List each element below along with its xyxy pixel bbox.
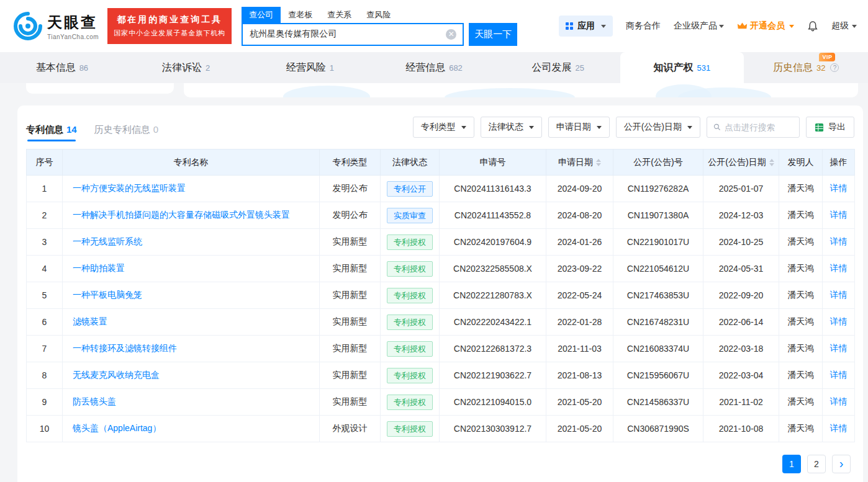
- search-tab-relationship[interactable]: 查关系: [320, 7, 359, 23]
- sort-icon[interactable]: [769, 159, 774, 166]
- detail-link[interactable]: 详情: [830, 343, 848, 353]
- legal-status-badge: 实质审查: [387, 208, 433, 223]
- filter-legal-status[interactable]: 法律状态: [481, 117, 542, 138]
- search-button[interactable]: 天眼一下: [469, 23, 517, 46]
- tab-label: 基本信息: [36, 61, 76, 74]
- nav-enterprise-products[interactable]: 企业级产品: [674, 20, 724, 32]
- tab-label: 经营信息: [405, 61, 445, 74]
- next-page-button[interactable]: ›: [832, 455, 851, 473]
- search-tab-company[interactable]: 查公司: [242, 7, 281, 23]
- company-tab-basic-info[interactable]: 基本信息 86: [0, 52, 124, 83]
- patent-name-link[interactable]: 镜头盖（AppleAirtag）: [73, 423, 161, 433]
- table-row: 2 一种解决手机拍摄问题的大容量存储磁吸式外置镜头装置 发明公布 实质审查 CN…: [27, 202, 855, 229]
- publication-number-cell: CN216083374U: [613, 336, 703, 362]
- table-search-box[interactable]: [707, 117, 800, 138]
- chevron-down-icon: [597, 126, 602, 129]
- filter-toolbar: 专利类型 法律状态 申请日期 公开(公告)日期: [413, 117, 854, 141]
- th-application-date[interactable]: 申请日期: [546, 150, 613, 176]
- publication-number-cell: CN119276282A: [613, 176, 703, 202]
- patent-name-link[interactable]: 滤镜装置: [73, 316, 107, 326]
- patent-name-link[interactable]: 一种助拍装置: [73, 263, 125, 273]
- page-button-2[interactable]: 2: [807, 455, 826, 473]
- tianyancha-logo[interactable]: 天眼查 TianYanCha.com: [14, 12, 99, 40]
- row-index: 5: [27, 282, 63, 309]
- company-tab-legal-proceedings[interactable]: 法律诉讼 2: [124, 52, 248, 83]
- detail-link[interactable]: 详情: [830, 263, 848, 273]
- tab-count: 682: [449, 63, 463, 73]
- search-tab-boss[interactable]: 查老板: [281, 7, 320, 23]
- patent-type-cell: 实用新型: [320, 229, 381, 256]
- inventor-cell: 潘天鸿: [779, 389, 823, 416]
- patent-name-link[interactable]: 一种解决手机拍摄问题的大容量存储磁吸式外置镜头装置: [73, 210, 290, 220]
- detail-link[interactable]: 详情: [830, 183, 848, 193]
- patent-name-link[interactable]: 一种平板电脑兔笼: [73, 290, 142, 300]
- clear-search-icon[interactable]: ✕: [446, 29, 456, 40]
- patent-table-body: 1 一种方便安装的无线监听装置 发明公布 专利公开 CN202411316143…: [27, 176, 855, 442]
- publication-number-cell: CN217463853U: [613, 282, 703, 309]
- patent-type-cell: 实用新型: [320, 389, 381, 416]
- export-button[interactable]: 导出: [806, 117, 854, 138]
- th-patent-name: 专利名称: [63, 150, 320, 176]
- tab-count: 0: [153, 124, 158, 135]
- page-button-1[interactable]: 1: [782, 455, 801, 473]
- patent-name-link[interactable]: 一种方便安装的无线监听装置: [73, 183, 186, 193]
- page: 天眼查 TianYanCha.com 都在用的商业查询工具 国家中小企业发展子基…: [0, 0, 868, 482]
- patent-type-cell: 实用新型: [320, 309, 381, 336]
- patent-name-link[interactable]: 一种转接环及滤镜转接组件: [73, 343, 177, 353]
- user-menu[interactable]: 超级: [831, 20, 857, 32]
- sort-icon[interactable]: [596, 159, 601, 166]
- company-search-input[interactable]: [243, 29, 446, 39]
- publication-number-cell: CN216748231U: [613, 309, 703, 336]
- company-tab-operational-risk[interactable]: 经营风险 1: [248, 52, 372, 83]
- publication-date-cell: 2024-12-03: [703, 202, 779, 229]
- notification-bell-icon[interactable]: [807, 20, 818, 32]
- patent-name-link[interactable]: 无线麦克风收纳充电盒: [73, 370, 160, 380]
- filter-application-date[interactable]: 申请日期: [548, 117, 610, 138]
- chevron-down-icon: [687, 126, 692, 129]
- detail-link[interactable]: 详情: [830, 423, 848, 433]
- help-icon[interactable]: ?: [830, 63, 839, 72]
- th-inventor: 发明人: [779, 150, 823, 176]
- detail-link[interactable]: 详情: [830, 236, 848, 246]
- publication-date-cell: 2024-05-31: [703, 256, 779, 282]
- filter-publication-date[interactable]: 公开(公告)日期: [616, 117, 700, 138]
- search-tab-risk[interactable]: 查风险: [359, 7, 398, 23]
- tab-count: 86: [79, 63, 88, 73]
- tab-patent-info[interactable]: 专利信息14: [26, 124, 77, 141]
- th-patent-type: 专利类型: [320, 150, 381, 176]
- nav-business-cooperation[interactable]: 商务合作: [626, 20, 661, 32]
- company-tab-intellectual-property[interactable]: 知识产权 531: [620, 52, 744, 83]
- table-row: 4 一种助拍装置 实用新型 专利授权 CN202322585508.X 2023…: [27, 256, 855, 282]
- publication-number-cell: CN221054612U: [613, 256, 703, 282]
- nav-open-membership[interactable]: 开通会员: [737, 20, 794, 32]
- application-number-cell: CN202411316143.3: [440, 176, 546, 202]
- th-publication-number: 公开(公告)号: [613, 150, 703, 176]
- detail-link[interactable]: 详情: [830, 290, 848, 300]
- legal-status-badge: 专利授权: [387, 288, 433, 303]
- detail-link[interactable]: 详情: [830, 396, 848, 406]
- row-index: 2: [27, 202, 63, 229]
- company-tab-history-info[interactable]: 历史信息 32 VIP ?: [744, 52, 868, 83]
- th-action: 操作: [823, 150, 855, 176]
- publication-number-cell: CN306871990S: [613, 416, 703, 442]
- detail-link[interactable]: 详情: [830, 370, 848, 380]
- detail-link[interactable]: 详情: [830, 210, 848, 220]
- tab-label: 专利信息: [26, 124, 63, 135]
- application-date-cell: 2021-05-20: [546, 389, 613, 416]
- apps-button[interactable]: 应用: [559, 16, 613, 37]
- th-publication-date[interactable]: 公开(公告)日期: [703, 150, 779, 176]
- company-tab-company-development[interactable]: 公司发展 25: [496, 52, 620, 83]
- patent-name-link[interactable]: 防丢镜头盖: [73, 396, 116, 406]
- filter-patent-type[interactable]: 专利类型: [413, 117, 474, 138]
- tab-label: 历史信息: [773, 61, 813, 74]
- patent-type-cell: 实用新型: [320, 282, 381, 309]
- detail-link[interactable]: 详情: [830, 316, 848, 326]
- publication-date-cell: 2022-06-14: [703, 309, 779, 336]
- row-index: 8: [27, 362, 63, 389]
- patent-type-cell: 发明公布: [320, 176, 381, 202]
- table-row: 7 一种转接环及滤镜转接组件 实用新型 专利授权 CN202122681372.…: [27, 336, 855, 362]
- table-search-input[interactable]: [725, 123, 793, 132]
- tab-history-patent-info[interactable]: 历史专利信息0: [94, 124, 158, 141]
- company-tab-business-info[interactable]: 经营信息 682: [372, 52, 496, 83]
- patent-name-link[interactable]: 一种无线监听系统: [73, 236, 142, 246]
